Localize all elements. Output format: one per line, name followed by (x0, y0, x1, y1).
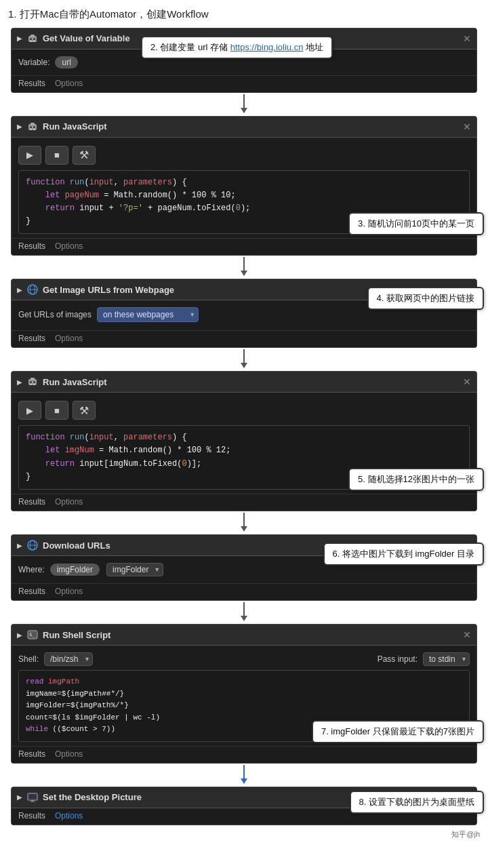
select-label-3: Get URLs of images (18, 310, 92, 319)
shell-label: Shell: (18, 654, 39, 664)
monitor-icon-7 (26, 791, 39, 804)
svg-point-11 (33, 126, 35, 128)
block-run-shell: ▶ $_ Run Shell Script ✕ Shell: /bin/zsh (5, 624, 483, 764)
svg-rect-40 (30, 802, 35, 802)
svg-rect-1 (30, 35, 35, 37)
block1-results[interactable]: Results (18, 79, 45, 88)
block5-options[interactable]: Options (55, 587, 83, 596)
robot-icon-4 (26, 376, 39, 388)
compile-button-4[interactable]: ⚒ (73, 401, 96, 420)
svg-rect-21 (28, 379, 37, 385)
shell-icon-6: $_ (26, 629, 39, 641)
svg-rect-26 (33, 384, 35, 385)
block2-results[interactable]: Results (18, 241, 45, 251)
select-wrapper-3[interactable]: on these webpages (97, 307, 199, 322)
block4-title: Run JavaScript (43, 377, 463, 387)
connector2 (0, 256, 488, 279)
connector3 (0, 348, 488, 371)
connector4 (0, 511, 488, 534)
block1-options[interactable]: Options (55, 79, 83, 88)
globe-icon-3 (26, 283, 39, 296)
shell-select[interactable]: /bin/zsh (44, 652, 93, 666)
block2-footer: Results Options (12, 238, 476, 255)
svg-marker-37 (241, 778, 247, 784)
block5-results[interactable]: Results (18, 587, 45, 596)
block2-close[interactable]: ✕ (463, 121, 471, 132)
connector5 (0, 601, 488, 624)
svg-rect-4 (30, 41, 32, 42)
callout-link[interactable]: https://bing.ioliu.cn (230, 42, 304, 52)
svg-marker-15 (241, 271, 247, 276)
page-header: 1. 打开Mac自带的Automator，创建Workflow (0, 0, 488, 28)
block4-close[interactable]: ✕ (463, 376, 471, 387)
compile-button[interactable]: ⚒ (73, 146, 96, 165)
svg-rect-5 (33, 41, 35, 42)
svg-marker-33 (241, 616, 247, 621)
pass-label: Pass input: (378, 654, 418, 664)
callout-block2: 3. 随机访问前10页中的某一页 (348, 212, 484, 235)
block-download-urls: ▶ Download URLs ✕ Where: imgFolder imgFo… (5, 534, 483, 601)
where-tag: imgFolder (50, 564, 100, 576)
collapse-triangle-6[interactable]: ▶ (17, 631, 22, 639)
block3-options[interactable]: Options (55, 334, 83, 343)
svg-rect-39 (31, 800, 34, 802)
block-run-js-2: ▶ Run JavaScript ✕ ▶ ■ ⚒ function run(in… (5, 371, 483, 511)
block4-options[interactable]: Options (55, 497, 83, 507)
svg-marker-20 (241, 363, 247, 368)
variable-tag: url (55, 56, 77, 68)
attribution: 知乎@jh (0, 825, 488, 844)
block6-title: Run Shell Script (43, 630, 463, 640)
block1-footer: Results Options (12, 75, 476, 92)
block7-options[interactable]: Options (55, 811, 83, 821)
svg-rect-22 (30, 378, 35, 380)
block6-close[interactable]: ✕ (463, 629, 471, 640)
block1-close[interactable]: ✕ (463, 33, 471, 44)
callout-block5: 6. 将选中图片下载到 imgFolder 目录 (323, 542, 484, 566)
svg-rect-25 (30, 384, 32, 385)
collapse-triangle[interactable]: ▶ (17, 35, 22, 42)
collapse-triangle-4[interactable]: ▶ (17, 378, 22, 386)
connector6 (0, 764, 488, 787)
collapse-triangle-3[interactable]: ▶ (17, 286, 22, 294)
block4-footer: Results Options (12, 494, 476, 511)
callout-block1: 2. 创建变量 url 存储 https://bing.ioliu.cn 地址 (141, 36, 333, 59)
block6-results[interactable]: Results (18, 749, 45, 759)
shell-right: Pass input: to stdin (378, 652, 470, 666)
svg-rect-8 (28, 124, 37, 130)
block-get-image-urls: ▶ Get Image URLs from Webpage ✕ Get URLs… (5, 279, 483, 348)
block6-options[interactable]: Options (55, 749, 83, 759)
svg-point-23 (30, 381, 32, 383)
where-select[interactable]: imgFolder (106, 563, 163, 576)
svg-rect-0 (28, 36, 37, 42)
svg-rect-12 (30, 129, 32, 130)
svg-point-24 (33, 381, 35, 383)
block2-options[interactable]: Options (55, 241, 83, 251)
where-label: Where: (18, 565, 45, 574)
webpage-select[interactable]: on these webpages (97, 307, 199, 322)
svg-text:$_: $_ (29, 632, 35, 637)
collapse-triangle-2[interactable]: ▶ (17, 123, 22, 130)
shell-select-wrapper[interactable]: /bin/zsh (44, 652, 93, 666)
callout-block7: 8. 设置下载的图片为桌面壁纸 (350, 791, 484, 814)
robot-icon-2 (26, 121, 39, 133)
block6-footer: Results Options (12, 746, 476, 763)
collapse-triangle-7[interactable]: ▶ (17, 793, 22, 801)
play-button[interactable]: ▶ (18, 146, 41, 165)
svg-rect-9 (30, 123, 35, 125)
play-button-4[interactable]: ▶ (18, 401, 41, 420)
block-set-desktop: ▶ Set the Desktop Picture ✕ Results Opti… (5, 787, 483, 825)
shell-fields: Shell: /bin/zsh Pass input: to stdin (18, 650, 470, 667)
svg-rect-13 (33, 129, 35, 130)
svg-rect-38 (28, 793, 37, 800)
pass-select[interactable]: to stdin (423, 652, 470, 666)
pass-select-wrapper[interactable]: to stdin (423, 652, 470, 666)
where-select-wrapper[interactable]: imgFolder (106, 563, 163, 576)
code-toolbar-2: ▶ ■ ⚒ (18, 142, 470, 170)
stop-button-4[interactable]: ■ (45, 401, 68, 420)
collapse-triangle-5[interactable]: ▶ (17, 542, 22, 549)
code-toolbar-4: ▶ ■ ⚒ (18, 397, 470, 425)
block7-results[interactable]: Results (18, 811, 45, 821)
block4-results[interactable]: Results (18, 497, 45, 507)
block3-results[interactable]: Results (18, 334, 45, 343)
stop-button[interactable]: ■ (45, 146, 68, 165)
